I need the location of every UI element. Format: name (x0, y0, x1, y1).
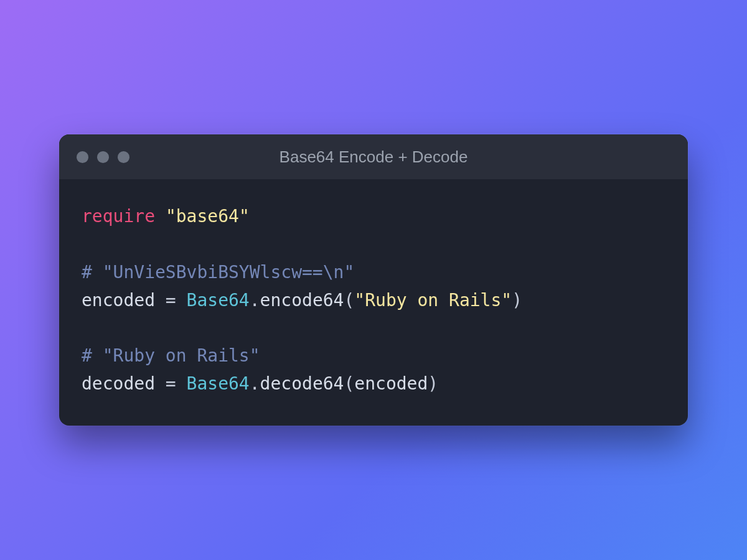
code-token: . (250, 290, 260, 310)
code-token: ( (344, 373, 354, 394)
code-token: require (82, 206, 155, 226)
code-token: ( (344, 290, 354, 310)
code-token: "base64" (166, 206, 250, 226)
code-token: encoded (354, 373, 428, 394)
code-line: encoded = Base64.encode64("Ruby on Rails… (82, 287, 665, 315)
code-token: . (250, 373, 260, 394)
code-line (82, 314, 665, 342)
code-token: encoded (82, 290, 166, 310)
code-line: decoded = Base64.decode64(encoded) (82, 370, 665, 398)
code-token: = (166, 373, 176, 394)
code-editor[interactable]: require "base64" # "UnVieSBvbiBSYWlscw==… (59, 179, 688, 426)
code-token: # "Ruby on Rails" (82, 345, 260, 366)
traffic-lights (77, 151, 129, 163)
code-window: Base64 Encode + Decode require "base64" … (59, 134, 688, 426)
code-token: Base64 (187, 290, 250, 310)
code-token: = (166, 290, 176, 310)
code-line: # "UnVieSBvbiBSYWlscw==\n" (82, 259, 665, 287)
code-line: # "Ruby on Rails" (82, 342, 665, 370)
close-icon[interactable] (77, 151, 88, 163)
code-token (155, 206, 166, 226)
code-token: # "UnVieSBvbiBSYWlscw==\n" (82, 262, 354, 282)
window-titlebar: Base64 Encode + Decode (59, 134, 688, 179)
code-token: ) (428, 373, 438, 394)
code-token (176, 373, 187, 394)
code-token: "Ruby on Rails" (354, 290, 512, 310)
code-line (82, 231, 665, 259)
zoom-icon[interactable] (118, 151, 129, 163)
code-token: ) (512, 290, 522, 310)
code-token (176, 290, 187, 310)
window-title: Base64 Encode + Decode (59, 147, 688, 167)
code-token: encode64 (260, 290, 344, 310)
code-token: Base64 (187, 373, 250, 394)
code-token: decoded (82, 373, 166, 394)
code-line: require "base64" (82, 203, 665, 231)
minimize-icon[interactable] (97, 151, 109, 163)
code-token: decode64 (260, 373, 344, 394)
